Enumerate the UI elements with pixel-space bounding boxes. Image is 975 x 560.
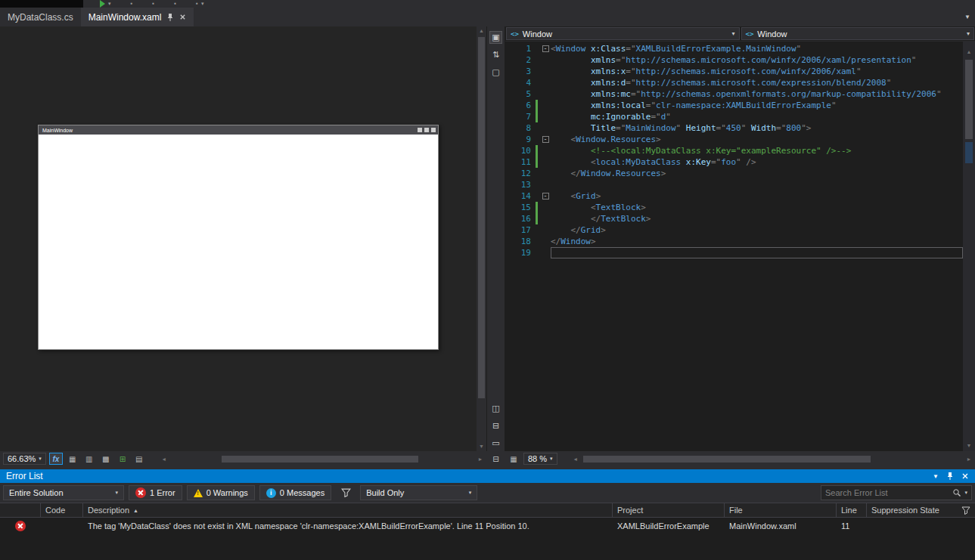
code-text[interactable]: <Window x:Class="XAMLBuildErrorExample.M…: [551, 43, 963, 54]
fold-margin[interactable]: -: [540, 190, 551, 202]
toolbar-icon[interactable]: ▪: [152, 0, 154, 8]
code-line[interactable]: 2 xmlns="http://schemas.microsoft.com/wi…: [505, 54, 963, 66]
collapse-pane-icon[interactable]: ▭: [489, 437, 502, 450]
line-number[interactable]: 16: [505, 213, 536, 224]
line-number[interactable]: 4: [505, 77, 536, 88]
element-dropdown-right[interactable]: <> Window ▾: [741, 27, 975, 40]
code-line[interactable]: 10 <!--<local:MyDataClass x:Key="example…: [505, 145, 963, 156]
close-icon[interactable]: [961, 472, 969, 480]
line-number[interactable]: 17: [505, 224, 536, 236]
scroll-up-icon[interactable]: ▲: [963, 47, 975, 57]
code-line[interactable]: 5 xmlns:mc="http://schemas.openxmlformat…: [505, 88, 963, 100]
scrollbar-track[interactable]: [169, 456, 476, 463]
toolbar-icon[interactable]: ▪: [196, 0, 198, 8]
code-line[interactable]: 19: [505, 247, 963, 258]
scroll-left-icon[interactable]: ◄: [160, 456, 169, 462]
designer-horizontal-scrollbar[interactable]: ◄ ►: [160, 454, 485, 464]
code-text[interactable]: </Window>: [551, 236, 963, 247]
pane-box-icon[interactable]: ▢: [489, 66, 502, 79]
code-lines[interactable]: 1-<Window x:Class="XAMLBuildErrorExample…: [505, 42, 963, 451]
column-project[interactable]: Project: [613, 503, 725, 517]
code-text[interactable]: xmlns:d="http://schemas.microsoft.com/ex…: [551, 77, 963, 88]
design-view-icon[interactable]: ▣: [489, 31, 502, 44]
line-number[interactable]: 2: [505, 54, 536, 66]
scroll-up-icon[interactable]: ▲: [477, 26, 486, 36]
line-number[interactable]: 13: [505, 179, 536, 190]
snaplines-icon[interactable]: ⊞: [116, 453, 129, 465]
code-line[interactable]: 17 </Grid>: [505, 224, 963, 236]
column-description[interactable]: Description ▲: [83, 503, 613, 517]
designer-zoom-dropdown[interactable]: 66.63% ▾: [3, 453, 46, 465]
filter-button[interactable]: [336, 485, 356, 500]
code-text[interactable]: xmlns:mc="http://schemas.openxmlformats.…: [551, 88, 963, 100]
editor-horizontal-scrollbar[interactable]: ◄ ►: [571, 454, 973, 464]
code-text[interactable]: </Window.Resources>: [551, 168, 963, 179]
line-number[interactable]: 19: [505, 247, 536, 258]
split-grid-icon[interactable]: ⊟: [492, 455, 498, 463]
code-line[interactable]: 15 <TextBlock>: [505, 202, 963, 213]
column-line[interactable]: Line: [837, 503, 867, 517]
collapse-region-icon[interactable]: -: [542, 45, 549, 52]
project-code-icon[interactable]: ▤: [132, 453, 146, 465]
line-number[interactable]: 3: [505, 66, 536, 77]
window-position-icon[interactable]: ▼: [933, 473, 939, 480]
code-text[interactable]: xmlns="http://schemas.microsoft.com/winf…: [551, 54, 963, 66]
horizontal-split-icon[interactable]: ⊟: [489, 419, 502, 432]
code-line[interactable]: 3 xmlns:x="http://schemas.microsoft.com/…: [505, 66, 963, 77]
code-line[interactable]: 18</Window>: [505, 236, 963, 247]
editor-view-icon[interactable]: ▦: [507, 453, 520, 465]
code-text[interactable]: <local:MyDataClass x:Key="foo" />: [551, 156, 963, 168]
collapse-region-icon[interactable]: -: [542, 193, 549, 200]
scroll-down-icon[interactable]: ▼: [477, 442, 486, 451]
toolbar-icon[interactable]: ▪: [131, 0, 133, 8]
column-file[interactable]: File: [725, 503, 837, 517]
warnings-toggle-button[interactable]: ! 0 Warnings: [187, 485, 255, 500]
collapse-region-icon[interactable]: -: [542, 136, 549, 143]
designer-vertical-scrollbar[interactable]: ▲ ▼: [477, 26, 486, 451]
fold-margin[interactable]: -: [540, 134, 551, 145]
scrollbar-track[interactable]: [580, 456, 964, 463]
code-line[interactable]: 16 </TextBlock>: [505, 213, 963, 224]
line-number[interactable]: 12: [505, 168, 536, 179]
column-suppression-state[interactable]: Suppression State: [867, 503, 975, 517]
pin-icon[interactable]: [166, 13, 174, 22]
code-text[interactable]: <Grid>: [551, 190, 963, 202]
line-number[interactable]: 11: [505, 156, 536, 168]
line-number[interactable]: 6: [505, 100, 536, 111]
search-box[interactable]: ▾: [821, 485, 972, 500]
designer-xaml-splitter[interactable]: ▣ ⇅ ▢ ◫ ⊟ ▭: [486, 26, 505, 451]
code-line[interactable]: 6 xmlns:local="clr-namespace:XAMLBuildEr…: [505, 100, 963, 111]
line-number[interactable]: 7: [505, 111, 536, 122]
editor-vertical-scrollbar[interactable]: ▲ ▼: [963, 42, 975, 451]
line-number[interactable]: 10: [505, 145, 536, 156]
vertical-split-icon[interactable]: ◫: [489, 402, 502, 415]
xaml-editor[interactable]: <> Window ▾ <> Window ▾ 1-<Window x:Clas…: [505, 26, 975, 451]
code-text[interactable]: <!--<local:MyDataClass x:Key="exampleRes…: [551, 145, 963, 156]
code-line[interactable]: 14- <Grid>: [505, 190, 963, 202]
chevron-down-icon[interactable]: ▾: [108, 0, 111, 8]
code-text[interactable]: </Grid>: [551, 224, 963, 236]
code-text[interactable]: [551, 179, 963, 190]
search-icon[interactable]: [952, 488, 961, 497]
column-code[interactable]: Code: [41, 503, 83, 517]
fold-margin[interactable]: -: [540, 43, 551, 54]
scrollbar-thumb[interactable]: [478, 37, 485, 398]
tab-mydataclass[interactable]: MyDataClass.cs: [0, 8, 81, 26]
filter-funnel-icon[interactable]: [961, 506, 970, 515]
line-number[interactable]: 15: [505, 202, 536, 213]
effects-toggle-button[interactable]: fx: [49, 453, 63, 465]
start-debug-icon[interactable]: [100, 0, 105, 8]
close-icon[interactable]: [179, 14, 186, 20]
column-severity[interactable]: [0, 503, 41, 517]
chevron-down-icon[interactable]: ▾: [964, 490, 967, 496]
swap-panes-icon[interactable]: ⇅: [489, 48, 502, 61]
element-dropdown-left[interactable]: <> Window ▾: [506, 27, 740, 40]
scope-dropdown[interactable]: Entire Solution ▾: [3, 485, 124, 500]
code-line[interactable]: 12 </Window.Resources>: [505, 168, 963, 179]
search-input[interactable]: [825, 488, 949, 497]
line-number[interactable]: 1: [505, 43, 536, 54]
scroll-down-icon[interactable]: ▼: [963, 441, 975, 451]
code-line[interactable]: 13: [505, 179, 963, 190]
chevron-down-icon[interactable]: ▾: [201, 0, 204, 8]
scroll-right-icon[interactable]: ►: [476, 456, 485, 462]
